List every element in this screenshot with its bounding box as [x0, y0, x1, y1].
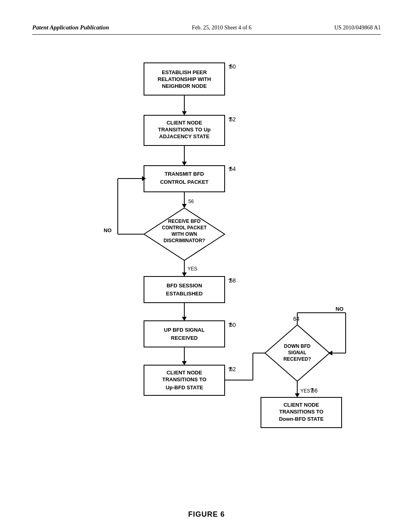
svg-text:DOWN BFD: DOWN BFD: [284, 343, 311, 349]
svg-marker-32: [182, 272, 187, 276]
svg-text:BFD SESSION: BFD SESSION: [167, 283, 202, 289]
svg-text:TRANSITIONS TO Up: TRANSITIONS TO Up: [158, 127, 211, 133]
svg-text:ESTABLISHED: ESTABLISHED: [166, 291, 203, 297]
svg-text:SIGNAL: SIGNAL: [288, 350, 306, 355]
svg-text:YES: YES: [300, 388, 310, 394]
publication-label: Patent Application Publication: [32, 24, 109, 31]
svg-text:NEIGHBOR NODE: NEIGHBOR NODE: [162, 83, 207, 89]
svg-marker-45: [182, 361, 187, 365]
svg-text:WITH OWN: WITH OWN: [171, 231, 197, 237]
svg-marker-64: [295, 393, 300, 397]
svg-text:RECEIVED?: RECEIVED?: [284, 356, 311, 362]
svg-text:TRANSITIONS TO: TRANSITIONS TO: [279, 409, 323, 415]
page-header: Patent Application Publication Feb. 25, …: [32, 24, 381, 35]
svg-rect-34: [144, 276, 225, 303]
svg-marker-39: [182, 317, 187, 321]
svg-text:CLIENT NODE: CLIENT NODE: [167, 370, 202, 376]
patent-number-label: US 2010/049868 A1: [334, 25, 381, 31]
svg-text:Up-BFD STATE: Up-BFD STATE: [166, 384, 203, 391]
svg-text:NO: NO: [336, 306, 344, 312]
svg-text:YES: YES: [188, 266, 197, 272]
svg-text:RECEIVED: RECEIVED: [171, 335, 198, 341]
svg-marker-6: [182, 111, 187, 115]
flowchart-svg: ESTABLISH PEER RELATIONSHIP WITH NEIGHBO…: [55, 51, 358, 494]
svg-text:56: 56: [188, 199, 194, 204]
svg-text:UP BFD SIGNAL: UP BFD SIGNAL: [164, 327, 205, 333]
svg-text:RELATIONSHIP WITH: RELATIONSHIP WITH: [158, 76, 211, 82]
svg-text:TRANSITIONS TO: TRANSITIONS TO: [162, 376, 206, 382]
svg-marker-13: [182, 162, 187, 166]
svg-text:RECEIVE BFD: RECEIVE BFD: [168, 218, 201, 224]
svg-text:CLIENT NODE: CLIENT NODE: [284, 402, 319, 408]
svg-text:CONTROL PACKET: CONTROL PACKET: [162, 225, 207, 231]
svg-text:CONTROL PACKET: CONTROL PACKET: [160, 179, 209, 185]
svg-text:ADJACENCY STATE: ADJACENCY STATE: [159, 133, 210, 139]
diagram-container: ESTABLISH PEER RELATIONSHIP WITH NEIGHBO…: [32, 51, 381, 494]
svg-text:DISCRIMINATOR?: DISCRIMINATOR?: [164, 238, 205, 243]
page: Patent Application Publication Feb. 25, …: [0, 0, 413, 532]
date-sheet-label: Feb. 25, 2010 Sheet 4 of 6: [192, 25, 252, 31]
svg-text:CLIENT NODE: CLIENT NODE: [167, 120, 202, 126]
svg-marker-19: [182, 204, 187, 208]
svg-rect-40: [144, 321, 225, 347]
svg-text:64: 64: [293, 316, 300, 322]
svg-text:TRANSMIT BFD: TRANSMIT BFD: [165, 171, 204, 177]
svg-text:Down-BFD STATE: Down-BFD STATE: [279, 416, 324, 422]
svg-text:NO: NO: [104, 227, 112, 233]
figure-caption: FIGURE 6: [32, 510, 381, 519]
svg-text:ESTABLISH PEER: ESTABLISH PEER: [162, 69, 207, 75]
svg-marker-74: [328, 351, 332, 355]
